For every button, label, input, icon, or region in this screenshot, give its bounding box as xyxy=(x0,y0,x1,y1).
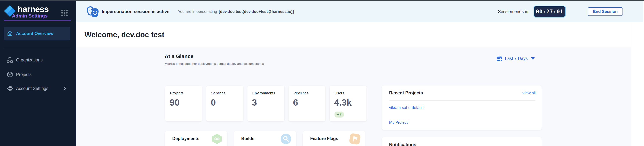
module-title: Deployments xyxy=(172,136,199,141)
stat-value: 90 xyxy=(170,97,180,108)
stat-label: Services xyxy=(211,91,226,95)
stat-label: Projects xyxy=(170,91,184,95)
magnifier-icon xyxy=(281,134,291,144)
end-session-button[interactable]: End Session xyxy=(588,7,623,16)
home-icon xyxy=(7,30,13,37)
notifications-panel: Notifications xyxy=(382,137,542,146)
sidebar-item-label: Organizations xyxy=(16,58,42,63)
module-title: Feature Flags xyxy=(310,136,338,141)
sidebar-divider xyxy=(4,48,71,48)
date-range-selector[interactable]: Last 7 Days xyxy=(497,55,535,62)
panel-title: Notifications xyxy=(389,142,416,146)
sidebar-item-label: Account Overview xyxy=(16,31,54,36)
welcome-band: Welcome, dev.doc test xyxy=(76,22,631,47)
stat-label: Pipelines xyxy=(294,91,308,95)
recent-projects-panel: Recent Projects View all vikram-sahu-def… xyxy=(382,85,542,130)
section-subtitle: Metrics brings together deployments acro… xyxy=(165,62,264,66)
sidebar-accent-rule xyxy=(4,20,71,21)
project-link[interactable]: vikram-sahu-default xyxy=(389,105,424,110)
stat-card-services: Services 0 xyxy=(206,86,243,121)
stat-card-environments: Environments 3 xyxy=(248,86,284,121)
stat-card-users: Users 4.3k + 7 xyxy=(330,86,366,121)
theater-masks-icon xyxy=(86,5,100,18)
sidebar: harness Admin Settings Account Overview … xyxy=(0,0,76,146)
flag-icon xyxy=(349,133,361,145)
org-chart-icon xyxy=(7,57,13,63)
date-range-label: Last 7 Days xyxy=(505,56,528,61)
sidebar-subtitle: Admin Settings xyxy=(12,13,48,19)
chevron-right-icon xyxy=(64,86,66,90)
stat-card-pipelines: Pipelines 6 xyxy=(288,86,325,121)
stat-value: 4.3k xyxy=(334,97,352,108)
banner-title: Impersonation session is active xyxy=(102,1,170,22)
right-gutter xyxy=(631,22,644,146)
stat-value: 3 xyxy=(252,97,257,108)
session-ends-label: Session ends in: xyxy=(498,9,530,14)
sidebar-item-account-settings[interactable]: Account Settings xyxy=(4,82,70,95)
window-top-strip xyxy=(0,0,644,1)
impersonation-banner: Impersonation session is active You are … xyxy=(76,1,643,22)
stat-value: 0 xyxy=(211,97,216,108)
stat-value: 6 xyxy=(293,97,298,108)
panel-title: Recent Projects xyxy=(389,90,423,95)
page-title: Welcome, dev.doc test xyxy=(84,22,164,47)
user-growth-badge: + 7 xyxy=(334,112,344,118)
stat-label: Environments xyxy=(252,91,275,95)
module-title: Builds xyxy=(241,136,254,141)
caret-down-icon xyxy=(531,57,535,60)
sidebar-item-account-overview[interactable]: Account Overview xyxy=(4,27,70,40)
section-title: At a Glance xyxy=(165,54,194,59)
pipeline-infinity-icon: ∞ xyxy=(212,134,222,144)
list-item[interactable]: My Project xyxy=(389,115,536,130)
cube-icon xyxy=(7,71,13,78)
module-card-feature-flags[interactable]: Feature Flags xyxy=(303,131,365,146)
panel-header: Recent Projects View all xyxy=(389,85,536,100)
sidebar-item-projects[interactable]: Projects xyxy=(4,68,70,81)
app-grid-menu-icon[interactable] xyxy=(61,10,68,16)
sidebar-item-label: Account Settings xyxy=(16,86,48,91)
view-all-link[interactable]: View all xyxy=(522,91,536,95)
banner-session-controls: Session ends in: 00:27:01 End Session xyxy=(498,1,623,22)
banner-subtitle: You are impersonating [dev.doc test(dev.… xyxy=(178,1,294,22)
stat-label: Users xyxy=(334,91,344,95)
gear-icon xyxy=(7,85,13,92)
main-content: At a Glance Metrics brings together depl… xyxy=(76,47,631,146)
list-item[interactable]: vikram-sahu-default xyxy=(389,101,536,115)
session-countdown-timer: 00:27:01 xyxy=(534,5,566,17)
sidebar-item-organizations[interactable]: Organizations xyxy=(4,54,70,67)
stat-card-projects: Projects 90 xyxy=(165,86,202,121)
module-card-deployments[interactable]: Deployments ∞ xyxy=(165,131,227,146)
impersonating-label: You are impersonating xyxy=(178,9,217,14)
calendar-icon xyxy=(497,56,502,62)
module-card-builds[interactable]: Builds xyxy=(234,131,296,146)
impersonated-user: [dev.doc test(dev.doc+test@harness.io)] xyxy=(219,9,294,14)
sidebar-item-label: Projects xyxy=(16,72,32,77)
project-link[interactable]: My Project xyxy=(389,120,408,125)
